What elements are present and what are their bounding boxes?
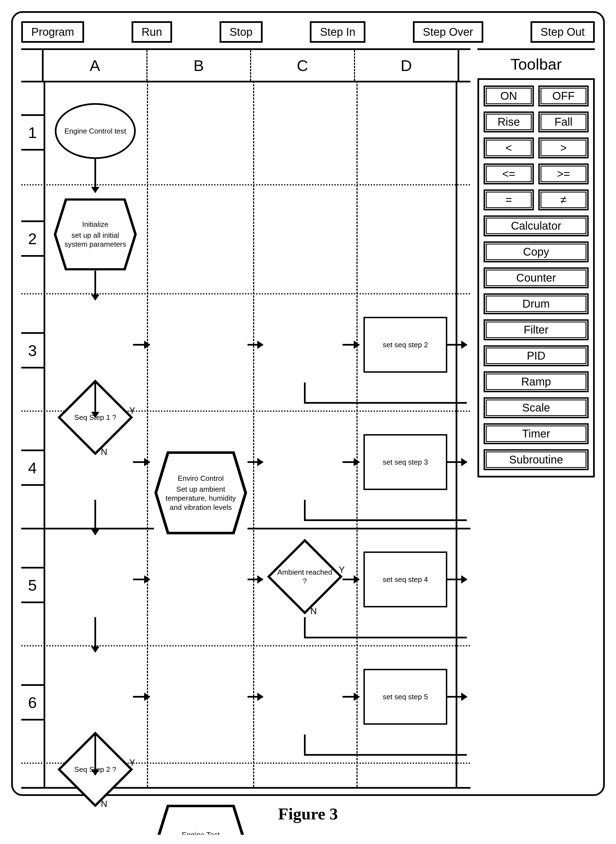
arrow-a3-a4 bbox=[94, 382, 96, 418]
col-header-b: B bbox=[148, 50, 251, 81]
step-in-button[interactable]: Step In bbox=[310, 21, 365, 43]
arrow-d6-out bbox=[447, 696, 467, 697]
ambient-reached-text: Ambient reached ? bbox=[267, 568, 343, 586]
tool-off[interactable]: OFF bbox=[538, 85, 589, 107]
figure-caption: Figure 3 bbox=[11, 804, 605, 823]
arrow-b4-c4 bbox=[248, 461, 263, 463]
tool-subroutine[interactable]: Subroutine bbox=[484, 449, 589, 470]
tool-eq[interactable]: = bbox=[484, 189, 534, 210]
arrow-a2-a3 bbox=[94, 271, 96, 300]
loop-c5-h bbox=[304, 637, 467, 638]
tool-drum[interactable]: Drum bbox=[484, 293, 589, 314]
set-seq-3-text: set seq step 3 bbox=[383, 458, 428, 467]
tool-scale[interactable]: Scale bbox=[484, 397, 589, 418]
set-seq-3[interactable]: set seq step 3 bbox=[364, 434, 447, 490]
initialize-node[interactable]: Initialize set up all initial system par… bbox=[53, 198, 137, 271]
set-seq-2-text: set seq step 2 bbox=[383, 340, 428, 350]
arrow-d4-out bbox=[447, 461, 467, 463]
arrow-c3-d3 bbox=[343, 344, 359, 346]
enviro1-text: Set up ambient temperature, humidity and… bbox=[166, 485, 236, 511]
arrow-a5-a6 bbox=[94, 617, 96, 652]
toolbar-title: Toolbar bbox=[477, 48, 595, 80]
arrow-c4-d4 bbox=[343, 461, 359, 463]
tool-fall[interactable]: Fall bbox=[538, 111, 589, 132]
enviro1-title: Enviro Control bbox=[160, 474, 242, 483]
set-seq-5[interactable]: set seq step 5 bbox=[364, 669, 447, 725]
n-label: N bbox=[310, 605, 317, 617]
col-header-c: C bbox=[251, 50, 355, 81]
tool-gt[interactable]: > bbox=[538, 138, 589, 158]
arrow-d5-out bbox=[447, 579, 467, 580]
stop-button[interactable]: Stop bbox=[220, 21, 263, 43]
tool-ramp[interactable]: Ramp bbox=[484, 371, 589, 392]
n-label: N bbox=[101, 798, 107, 809]
seq-step2-text: Seq Step 2 ? bbox=[66, 765, 125, 774]
loop-c6-h bbox=[304, 754, 467, 756]
tool-gte[interactable]: >= bbox=[538, 163, 589, 185]
initialize-text: set up all initial system parameters bbox=[64, 231, 126, 249]
arrow-a4-b4 bbox=[133, 461, 150, 463]
row-label-1: 1 bbox=[21, 114, 44, 151]
tool-rise[interactable]: Rise bbox=[484, 111, 534, 132]
tool-on[interactable]: ON bbox=[484, 85, 534, 107]
column-headers: A B C D bbox=[21, 50, 471, 81]
arrow-c5-d5 bbox=[343, 579, 359, 580]
arrow-a4-a5 bbox=[94, 500, 96, 535]
loop-c4-h bbox=[304, 519, 467, 521]
engine-test-1[interactable]: Engine Test Perform test sequence at amb… bbox=[154, 804, 248, 835]
set-seq-4-text: set seq step 4 bbox=[383, 575, 428, 584]
arrow-a6-b6 bbox=[133, 696, 150, 697]
loop-c4-v bbox=[304, 500, 306, 519]
run-button[interactable]: Run bbox=[132, 21, 172, 43]
ambient-reached-decision[interactable]: Ambient reached ? Y N bbox=[267, 539, 343, 614]
tool-neq[interactable]: ≠ bbox=[538, 189, 589, 210]
start-node-label: Engine Control test bbox=[64, 126, 126, 136]
arrow-a3-b3 bbox=[133, 344, 150, 346]
col-header-d: D bbox=[355, 50, 459, 81]
set-seq-2[interactable]: set seq step 2 bbox=[364, 317, 447, 373]
y-label: Y bbox=[129, 757, 135, 768]
seq-step1-text: Seq Step 1 ? bbox=[66, 413, 125, 422]
tool-calculator[interactable]: Calculator bbox=[484, 215, 589, 236]
start-node[interactable]: Engine Control test bbox=[55, 103, 136, 159]
arrow-a1-a2 bbox=[94, 159, 96, 192]
tool-counter[interactable]: Counter bbox=[484, 267, 589, 288]
arrow-a5-b5 bbox=[133, 579, 150, 580]
step-out-button[interactable]: Step Out bbox=[531, 21, 595, 43]
menu-bar: Program Run Stop Step In Step Over Step … bbox=[21, 21, 595, 43]
arrow-b5-c5 bbox=[248, 579, 263, 580]
tool-filter[interactable]: Filter bbox=[484, 319, 589, 340]
loop-c3-h bbox=[304, 402, 467, 404]
flowchart-grid: A B C D bbox=[21, 48, 471, 789]
arrow-d3-out bbox=[447, 344, 467, 346]
loop-c5-v bbox=[304, 617, 306, 637]
step-over-button[interactable]: Step Over bbox=[413, 21, 483, 43]
toolbar-panel: Toolbar ON OFF Rise Fall < > < bbox=[477, 48, 595, 789]
row-label-5: 5 bbox=[21, 567, 44, 603]
enviro-control-1[interactable]: Enviro Control Set up ambient temperatur… bbox=[154, 451, 248, 535]
row-label-6: 6 bbox=[21, 684, 44, 721]
y-label: Y bbox=[129, 405, 135, 416]
app-frame: Program Run Stop Step In Step Over Step … bbox=[11, 11, 605, 796]
tool-lt[interactable]: < bbox=[484, 138, 534, 158]
col-header-a: A bbox=[44, 50, 148, 81]
program-button[interactable]: Program bbox=[21, 21, 84, 43]
tool-copy[interactable]: Copy bbox=[484, 241, 589, 262]
engine-test1-title: Engine Test bbox=[160, 830, 242, 835]
arrow-b6-c6 bbox=[248, 696, 263, 697]
arrow-c6-d6 bbox=[343, 696, 359, 697]
loop-c6-v bbox=[304, 734, 306, 754]
tool-pid[interactable]: PID bbox=[484, 345, 589, 366]
set-seq-4[interactable]: set seq step 4 bbox=[364, 551, 447, 607]
row-label-4: 4 bbox=[21, 450, 44, 486]
row-label-3: 3 bbox=[21, 332, 44, 368]
n-label: N bbox=[101, 446, 107, 457]
tool-lte[interactable]: <= bbox=[484, 163, 534, 185]
row-label-2: 2 bbox=[21, 220, 44, 257]
tool-timer[interactable]: Timer bbox=[484, 423, 589, 444]
loop-c3-v bbox=[304, 382, 306, 402]
set-seq-5-text: set seq step 5 bbox=[383, 692, 428, 702]
arrow-b3-c3 bbox=[248, 344, 263, 346]
initialize-title: Initialize bbox=[59, 220, 132, 229]
